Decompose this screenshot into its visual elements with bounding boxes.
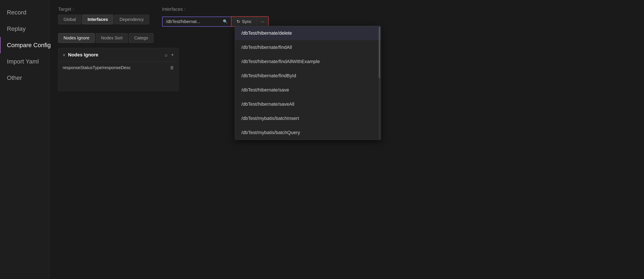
header-row: Target : Global Interfaces Dependency In…: [58, 6, 636, 27]
target-section: Target : Global Interfaces Dependency: [58, 6, 149, 24]
dropdown-menu: /dbTest/hibernate/delete /dbTest/hiberna…: [235, 26, 381, 140]
sub-tab-nodes-sort[interactable]: Nodes Sort: [96, 33, 128, 43]
sub-tab-nodes-ignore[interactable]: Nodes Ignore: [58, 33, 95, 43]
nodes-row-text: responseStatusType/responseDesc: [63, 65, 131, 70]
dropdown-scrollbar[interactable]: [379, 26, 380, 140]
sidebar: Record Replay Compare Config Import Yaml…: [0, 0, 50, 279]
dropdown-item-6[interactable]: /dbTest/mybatis/batchInsert: [235, 111, 381, 126]
interfaces-input-row: /dbTest/hibernat... 🔍 ↻ Sync ···: [162, 16, 269, 27]
interfaces-input-field[interactable]: /dbTest/hibernat... 🔍: [162, 16, 231, 27]
dropdown-item-1[interactable]: /dbTest/hibernate/findAll: [235, 40, 381, 54]
chevron-down-icon: ∨: [63, 52, 66, 57]
interfaces-section: Interfaces : /dbTest/hibernat... 🔍 ↻ Syn…: [162, 6, 269, 27]
dropdown-item-3[interactable]: /dbTest/hibernate/findById: [235, 69, 381, 83]
nodes-panel-actions: ⌕ +: [164, 52, 174, 58]
tab-interfaces[interactable]: Interfaces: [82, 15, 114, 24]
interfaces-label: Interfaces :: [162, 6, 269, 12]
nodes-row: responseStatusType/responseDesc 🗑: [58, 62, 178, 74]
nodes-add-button[interactable]: +: [170, 52, 174, 58]
target-tab-group: Global Interfaces Dependency: [58, 15, 149, 24]
nodes-panel-header: ∨ Nodes Ignore ⌕ +: [58, 48, 178, 62]
dropdown-item-2[interactable]: /dbTest/hibernate/findAllWithExample: [235, 54, 381, 69]
sidebar-item-other[interactable]: Other: [0, 70, 49, 86]
sidebar-item-compare-config[interactable]: Compare Config: [0, 37, 49, 54]
nodes-search-button[interactable]: ⌕: [164, 52, 168, 58]
dropdown-item-0[interactable]: /dbTest/hibernate/delete: [235, 26, 381, 40]
sidebar-item-record[interactable]: Record: [0, 4, 49, 21]
sync-icon: ↻: [237, 19, 240, 24]
sync-label: Sync: [242, 19, 252, 24]
sync-button[interactable]: ↻ Sync: [232, 17, 257, 26]
nodes-panel-title: Nodes Ignore: [68, 52, 98, 58]
interfaces-input-value: /dbTest/hibernat...: [166, 19, 221, 24]
tab-dependency[interactable]: Dependency: [114, 15, 149, 24]
dropdown-item-4[interactable]: /dbTest/hibernate/save: [235, 83, 381, 97]
dropdown-scrollbar-thumb: [379, 27, 380, 78]
sub-tab-catego[interactable]: Catego: [129, 33, 154, 43]
search-icon: 🔍: [223, 19, 228, 24]
nodes-delete-button[interactable]: 🗑: [170, 65, 174, 70]
dropdown-item-7[interactable]: /dbTest/mybatis/batchQuery: [235, 126, 381, 140]
dropdown-item-5[interactable]: /dbTest/hibernate/saveAll: [235, 97, 381, 111]
sync-btn-group: ↻ Sync ···: [231, 16, 269, 27]
tab-global[interactable]: Global: [58, 15, 82, 24]
target-label: Target :: [58, 6, 149, 12]
more-button[interactable]: ···: [257, 17, 268, 26]
sidebar-item-replay[interactable]: Replay: [0, 21, 49, 37]
main-content: Target : Global Interfaces Dependency In…: [50, 0, 644, 279]
nodes-panel: ∨ Nodes Ignore ⌕ + responseStatusType/re…: [58, 48, 179, 91]
sidebar-item-import-yaml[interactable]: Import Yaml: [0, 54, 49, 70]
